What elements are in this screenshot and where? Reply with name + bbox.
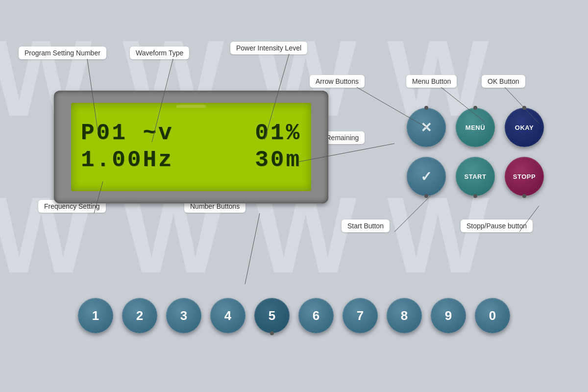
num-btn-7[interactable]: 7 [343, 298, 378, 333]
num-btn-2[interactable]: 2 [122, 298, 157, 333]
num-label-8: 8 [401, 308, 408, 323]
lcd-frequency: 1.00Hz [81, 147, 174, 174]
num-btn-5[interactable]: 5 [254, 298, 290, 333]
num-btn-4[interactable]: 4 [210, 298, 245, 333]
menu-button[interactable]: MENÜ [456, 108, 495, 147]
num-btn-1[interactable]: 1 [78, 298, 113, 333]
arrow-down-button[interactable]: ✓ [407, 157, 446, 196]
lcd-display-outer: P01 ~v 01% 1.00Hz 30m [54, 91, 328, 203]
connector-dot [473, 194, 477, 198]
label-waveform-type: Waveform Type [130, 47, 189, 59]
lcd-row-2: 1.00Hz 30m [81, 147, 301, 174]
stopp-button[interactable]: STOPP [505, 157, 544, 196]
svg-line-8 [245, 213, 260, 284]
num-btn-3[interactable]: 3 [166, 298, 201, 333]
label-menu-button: Menu Button [406, 75, 457, 88]
lcd-row-1: P01 ~v 01% [81, 120, 301, 147]
num-label-6: 6 [313, 308, 319, 323]
connector-dot [424, 106, 428, 110]
num-label-4: 4 [224, 308, 231, 323]
num-label-3: 3 [180, 308, 187, 323]
num-btn-6[interactable]: 6 [298, 298, 334, 333]
lcd-time: 30m [255, 147, 301, 174]
ok-button-label: OKAY [515, 124, 534, 131]
connector-dot [522, 194, 526, 198]
menu-button-label: MENÜ [466, 124, 485, 131]
lcd-power-level: 01% [255, 120, 301, 147]
control-buttons-area: ✕ MENÜ OKAY ✓ START STOPP [407, 108, 544, 196]
arrow-down-icon: ✓ [420, 169, 432, 185]
label-stopp-button: Stopp/Pause button [461, 220, 533, 232]
start-button[interactable]: START [456, 157, 495, 196]
num-label-2: 2 [136, 308, 143, 323]
num-label-0: 0 [489, 308, 496, 323]
label-power-intensity: Power Intensity Level [230, 42, 307, 54]
num-label-7: 7 [357, 308, 364, 323]
label-program-setting: Program Setting Number [19, 47, 106, 59]
connector-dot [473, 106, 477, 110]
stopp-button-label: STOPP [513, 173, 536, 180]
num-label-5: 5 [269, 308, 275, 323]
connector-dot [424, 194, 428, 198]
lcd-program-waveform: P01 ~v [81, 120, 174, 147]
num-label-1: 1 [92, 308, 99, 323]
number-buttons-row: 1 2 3 4 5 6 7 8 9 0 [78, 298, 510, 333]
connector-dot [522, 106, 526, 110]
main-panel: Program Setting Number Waveform Type Pow… [0, 0, 588, 392]
svg-line-9 [394, 196, 430, 232]
label-start-button: Start Button [342, 220, 390, 232]
lcd-screen: P01 ~v 01% 1.00Hz 30m [71, 103, 311, 191]
label-arrow-buttons: Arrow Buttons [310, 75, 365, 88]
arrow-up-button[interactable]: ✕ [407, 108, 446, 147]
num-label-9: 9 [445, 308, 452, 323]
arrow-up-icon: ✕ [420, 120, 432, 136]
num-btn-0[interactable]: 0 [475, 298, 510, 333]
label-ok-button: OK Button [482, 75, 525, 88]
num-btn-9[interactable]: 9 [431, 298, 466, 333]
start-button-label: START [465, 173, 487, 180]
num-btn-8[interactable]: 8 [387, 298, 422, 333]
ok-button[interactable]: OKAY [505, 108, 544, 147]
connector-dot [270, 331, 274, 335]
